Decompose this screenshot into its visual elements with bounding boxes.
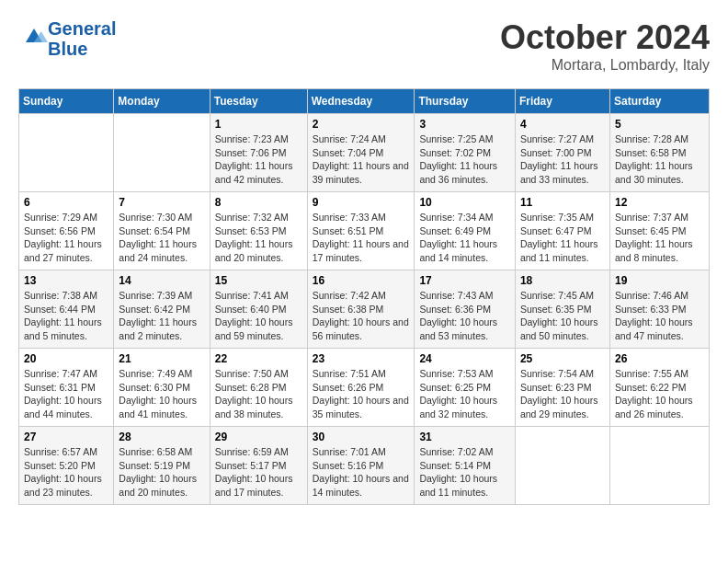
calendar-cell: 20Sunrise: 7:47 AM Sunset: 6:31 PM Dayli… bbox=[19, 349, 114, 427]
day-number: 11 bbox=[520, 196, 605, 209]
day-number: 28 bbox=[119, 431, 204, 443]
day-info: Sunrise: 7:02 AM Sunset: 5:14 PM Dayligh… bbox=[419, 445, 510, 500]
title-block: October 2024 Mortara, Lombardy, Italy bbox=[500, 18, 710, 74]
day-number: 30 bbox=[313, 431, 410, 443]
calendar-cell: 31Sunrise: 7:02 AM Sunset: 5:14 PM Dayli… bbox=[415, 427, 516, 505]
day-number: 23 bbox=[313, 352, 410, 365]
day-number: 10 bbox=[419, 196, 510, 209]
calendar-cell: 8Sunrise: 7:32 AM Sunset: 6:53 PM Daylig… bbox=[210, 192, 307, 270]
day-info: Sunrise: 7:27 AM Sunset: 7:00 PM Dayligh… bbox=[520, 132, 605, 187]
calendar-cell: 2Sunrise: 7:24 AM Sunset: 7:04 PM Daylig… bbox=[307, 114, 415, 192]
calendar-cell: 19Sunrise: 7:46 AM Sunset: 6:33 PM Dayli… bbox=[609, 270, 709, 349]
logo-icon bbox=[20, 26, 48, 48]
day-number: 26 bbox=[615, 352, 704, 365]
calendar-header-row: SundayMondayTuesdayWednesdayThursdayFrid… bbox=[19, 89, 710, 114]
day-info: Sunrise: 7:34 AM Sunset: 6:49 PM Dayligh… bbox=[419, 211, 510, 265]
day-info: Sunrise: 7:01 AM Sunset: 5:16 PM Dayligh… bbox=[313, 445, 410, 500]
day-number: 21 bbox=[119, 352, 204, 365]
day-number: 29 bbox=[215, 431, 302, 443]
day-info: Sunrise: 7:37 AM Sunset: 6:45 PM Dayligh… bbox=[615, 211, 704, 265]
calendar-cell: 12Sunrise: 7:37 AM Sunset: 6:45 PM Dayli… bbox=[609, 192, 709, 270]
day-number: 31 bbox=[419, 431, 510, 443]
calendar-cell: 27Sunrise: 6:57 AM Sunset: 5:20 PM Dayli… bbox=[19, 427, 114, 505]
calendar-cell: 17Sunrise: 7:43 AM Sunset: 6:36 PM Dayli… bbox=[415, 270, 516, 349]
day-number: 16 bbox=[313, 274, 410, 287]
weekday-header-friday: Friday bbox=[515, 89, 609, 114]
calendar-cell: 18Sunrise: 7:45 AM Sunset: 6:35 PM Dayli… bbox=[515, 270, 609, 349]
day-number: 9 bbox=[313, 196, 410, 209]
calendar-cell: 10Sunrise: 7:34 AM Sunset: 6:49 PM Dayli… bbox=[415, 192, 516, 270]
calendar-cell: 24Sunrise: 7:53 AM Sunset: 6:25 PM Dayli… bbox=[415, 349, 516, 427]
calendar-body: 1Sunrise: 7:23 AM Sunset: 7:06 PM Daylig… bbox=[19, 114, 710, 505]
day-info: Sunrise: 7:39 AM Sunset: 6:42 PM Dayligh… bbox=[119, 289, 204, 343]
day-info: Sunrise: 6:58 AM Sunset: 5:19 PM Dayligh… bbox=[119, 445, 204, 500]
day-info: Sunrise: 7:33 AM Sunset: 6:51 PM Dayligh… bbox=[313, 211, 410, 265]
weekday-header-sunday: Sunday bbox=[19, 89, 114, 114]
day-number: 12 bbox=[615, 196, 704, 209]
day-info: Sunrise: 7:46 AM Sunset: 6:33 PM Dayligh… bbox=[615, 289, 704, 343]
calendar-cell: 25Sunrise: 7:54 AM Sunset: 6:23 PM Dayli… bbox=[515, 349, 609, 427]
calendar-cell: 4Sunrise: 7:27 AM Sunset: 7:00 PM Daylig… bbox=[515, 114, 609, 192]
calendar-week-3: 13Sunrise: 7:38 AM Sunset: 6:44 PM Dayli… bbox=[19, 270, 710, 349]
day-number: 7 bbox=[119, 196, 204, 209]
calendar-cell: 11Sunrise: 7:35 AM Sunset: 6:47 PM Dayli… bbox=[515, 192, 609, 270]
weekday-header-saturday: Saturday bbox=[609, 89, 709, 114]
calendar-cell: 3Sunrise: 7:25 AM Sunset: 7:02 PM Daylig… bbox=[415, 114, 516, 192]
calendar-week-1: 1Sunrise: 7:23 AM Sunset: 7:06 PM Daylig… bbox=[19, 114, 710, 192]
weekday-header-monday: Monday bbox=[114, 89, 210, 114]
day-info: Sunrise: 7:41 AM Sunset: 6:40 PM Dayligh… bbox=[215, 289, 302, 343]
location-title: Mortara, Lombardy, Italy bbox=[500, 57, 710, 74]
weekday-header-thursday: Thursday bbox=[415, 89, 516, 114]
calendar-cell bbox=[19, 114, 114, 192]
day-info: Sunrise: 6:59 AM Sunset: 5:17 PM Dayligh… bbox=[215, 445, 302, 500]
day-number: 25 bbox=[520, 352, 605, 365]
month-title: October 2024 bbox=[500, 18, 710, 57]
day-number: 13 bbox=[24, 274, 108, 287]
day-info: Sunrise: 7:23 AM Sunset: 7:06 PM Dayligh… bbox=[215, 132, 302, 187]
day-number: 17 bbox=[419, 274, 510, 287]
day-info: Sunrise: 7:30 AM Sunset: 6:54 PM Dayligh… bbox=[119, 211, 204, 265]
calendar-cell: 28Sunrise: 6:58 AM Sunset: 5:19 PM Dayli… bbox=[114, 427, 210, 505]
page-header: General Blue October 2024 Mortara, Lomba… bbox=[18, 18, 710, 74]
calendar-week-5: 27Sunrise: 6:57 AM Sunset: 5:20 PM Dayli… bbox=[19, 427, 710, 505]
day-info: Sunrise: 7:25 AM Sunset: 7:02 PM Dayligh… bbox=[419, 132, 510, 187]
day-info: Sunrise: 7:51 AM Sunset: 6:26 PM Dayligh… bbox=[313, 367, 410, 421]
calendar-cell: 14Sunrise: 7:39 AM Sunset: 6:42 PM Dayli… bbox=[114, 270, 210, 349]
calendar-cell: 13Sunrise: 7:38 AM Sunset: 6:44 PM Dayli… bbox=[19, 270, 114, 349]
calendar-cell: 29Sunrise: 6:59 AM Sunset: 5:17 PM Dayli… bbox=[210, 427, 307, 505]
calendar-cell: 1Sunrise: 7:23 AM Sunset: 7:06 PM Daylig… bbox=[210, 114, 307, 192]
calendar-cell: 22Sunrise: 7:50 AM Sunset: 6:28 PM Dayli… bbox=[210, 349, 307, 427]
calendar-cell: 23Sunrise: 7:51 AM Sunset: 6:26 PM Dayli… bbox=[307, 349, 415, 427]
day-number: 14 bbox=[119, 274, 204, 287]
day-info: Sunrise: 7:53 AM Sunset: 6:25 PM Dayligh… bbox=[419, 367, 510, 421]
day-number: 15 bbox=[215, 274, 302, 287]
calendar-cell: 30Sunrise: 7:01 AM Sunset: 5:16 PM Dayli… bbox=[307, 427, 415, 505]
calendar-week-2: 6Sunrise: 7:29 AM Sunset: 6:56 PM Daylig… bbox=[19, 192, 710, 270]
day-number: 18 bbox=[520, 274, 605, 287]
calendar-table: SundayMondayTuesdayWednesdayThursdayFrid… bbox=[18, 88, 710, 505]
day-number: 5 bbox=[615, 118, 704, 131]
day-info: Sunrise: 7:49 AM Sunset: 6:30 PM Dayligh… bbox=[119, 367, 204, 421]
calendar-cell: 21Sunrise: 7:49 AM Sunset: 6:30 PM Dayli… bbox=[114, 349, 210, 427]
day-number: 22 bbox=[215, 352, 302, 365]
calendar-cell: 15Sunrise: 7:41 AM Sunset: 6:40 PM Dayli… bbox=[210, 270, 307, 349]
calendar-cell bbox=[609, 427, 709, 505]
day-number: 19 bbox=[615, 274, 704, 287]
day-number: 20 bbox=[24, 352, 108, 365]
weekday-header-tuesday: Tuesday bbox=[210, 89, 307, 114]
day-info: Sunrise: 7:55 AM Sunset: 6:22 PM Dayligh… bbox=[615, 367, 704, 421]
day-number: 3 bbox=[419, 118, 510, 131]
calendar-cell: 6Sunrise: 7:29 AM Sunset: 6:56 PM Daylig… bbox=[19, 192, 114, 270]
day-info: Sunrise: 7:24 AM Sunset: 7:04 PM Dayligh… bbox=[313, 132, 410, 187]
calendar-cell: 5Sunrise: 7:28 AM Sunset: 6:58 PM Daylig… bbox=[609, 114, 709, 192]
logo-text: General Blue bbox=[48, 18, 116, 59]
day-info: Sunrise: 7:32 AM Sunset: 6:53 PM Dayligh… bbox=[215, 211, 302, 265]
day-info: Sunrise: 7:35 AM Sunset: 6:47 PM Dayligh… bbox=[520, 211, 605, 265]
day-info: Sunrise: 7:47 AM Sunset: 6:31 PM Dayligh… bbox=[24, 367, 108, 421]
logo: General Blue bbox=[18, 18, 116, 59]
day-number: 2 bbox=[313, 118, 410, 131]
day-info: Sunrise: 7:43 AM Sunset: 6:36 PM Dayligh… bbox=[419, 289, 510, 343]
calendar-cell: 7Sunrise: 7:30 AM Sunset: 6:54 PM Daylig… bbox=[114, 192, 210, 270]
calendar-cell: 26Sunrise: 7:55 AM Sunset: 6:22 PM Dayli… bbox=[609, 349, 709, 427]
day-number: 4 bbox=[520, 118, 605, 131]
